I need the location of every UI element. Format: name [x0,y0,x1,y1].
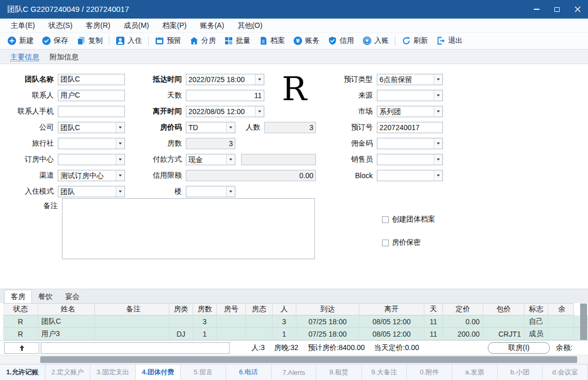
chevron-down-icon [255,106,264,117]
summary-stats: 人:3 房晚:32 预计房价:8400.00 当天定价:0.00 [251,343,419,353]
commission-code-combo[interactable] [377,138,443,149]
booking-number-label: 预订号 [324,123,377,132]
table-row[interactable]: R 用户3 DJ 1 1 07/25 18:00 08/05 12:00 11 … [3,328,588,340]
copy-button[interactable]: 复制 [72,34,107,48]
group-name-input[interactable] [58,74,125,85]
tab-banquet[interactable]: 宴会 [59,290,86,303]
exit-button[interactable]: 退出 [432,34,467,48]
menu-status[interactable]: 状态(S) [42,19,80,32]
source-combo[interactable] [377,90,443,101]
minimize-button[interactable] [526,0,547,19]
maximize-button[interactable] [547,0,567,19]
statusbar-item-sub-group[interactable]: b.小团 [498,365,543,380]
assign-rooms-button[interactable]: 分房 [185,34,220,48]
menu-members[interactable]: 成员(M) [117,19,156,32]
status-bar: 1.允许记账 2.定义账户 3.固定支出 4.团体付费 5.留言 6.电话 7.… [0,364,588,380]
rate-code-combo[interactable]: TD [186,122,235,133]
horizontal-scrollbar[interactable] [0,355,588,364]
travel-agency-combo[interactable] [58,138,125,149]
departure-time-combo[interactable]: 2022/08/05 12:00 [186,106,264,117]
contact-label: 联系人 [4,91,58,100]
floor-combo[interactable] [186,186,235,197]
batch-button[interactable]: 批量 [220,34,255,48]
new-button[interactable]: 新建 [3,34,38,48]
arrival-time-combo[interactable]: 2022/07/25 18:00 [186,74,264,85]
tab-dining[interactable]: 餐饮 [32,290,59,303]
payment-method-combo[interactable]: 现金 [186,154,235,165]
billing-button[interactable]: ¥ 账务 [289,34,324,48]
statusbar-item-phone[interactable]: 6.电话 [226,365,272,380]
link-rooms-button[interactable]: 联房(I) [488,342,550,354]
posting-icon: ¥ [362,36,372,45]
chevron-down-icon [434,170,442,181]
scroll-up-button[interactable] [4,342,39,354]
memo-label: 备注 [4,201,58,211]
memo-textarea[interactable] [62,198,315,259]
chevron-down-icon [255,74,264,85]
chevron-down-icon [434,106,442,117]
market-combo[interactable]: 系列团 [377,106,443,117]
block-combo[interactable] [377,170,443,181]
channel-combo[interactable]: 测试订房中心 [58,170,125,181]
statusbar-item-attachments[interactable]: 0.附件 [407,365,452,380]
save-button[interactable]: 保存 [38,34,72,48]
checkin-icon [116,36,125,45]
chevron-down-icon [226,186,235,197]
stat-room-nights: 房晚:32 [274,343,298,353]
menu-accounting[interactable]: 账务(A) [193,19,231,32]
save-icon [42,36,51,45]
tab-rooms[interactable]: 客房 [4,290,32,303]
rate-code-label: 房价码 [131,123,186,132]
refresh-button[interactable]: 刷新 [398,34,432,48]
booking-number-input[interactable] [377,122,443,133]
statusbar-item-invoice[interactable]: a.发票 [452,365,498,380]
quick-entry-input[interactable] [41,342,230,354]
menu-profile[interactable]: 档案(P) [156,19,194,32]
booking-form: 团队名称 联系人 联系人手机 公司 团队C 旅行社 订房中心 [0,64,588,289]
create-group-profile-checkbox[interactable]: 创建团体档案 [382,215,435,224]
menu-main[interactable]: 主单(E) [4,19,42,32]
table-vertical-scrollbar[interactable] [580,304,587,340]
up-arrow-icon [19,345,25,351]
checkin-button[interactable]: 入住 [112,34,146,48]
days-input[interactable] [186,90,264,101]
exit-icon [436,36,446,45]
menu-rooms[interactable]: 客房(R) [79,19,117,32]
company-combo[interactable]: 团队C [58,122,125,133]
statusbar-item-fixed-charges[interactable]: 3.固定支出 [90,365,136,380]
reserve-button[interactable]: 预留 [151,34,185,48]
horizontal-scrollbar-thumb[interactable] [40,356,577,363]
statusbar-item-rental[interactable]: 8.租赁 [316,365,362,380]
booking-type-combo[interactable]: 6点前保留 [377,74,443,85]
booking-center-combo[interactable] [58,154,125,165]
rate-confidential-checkbox[interactable]: 房价保密 [382,238,421,247]
statusbar-item-big-memo[interactable]: 9.大备注 [362,365,407,380]
profile-button[interactable]: 档案 [255,34,289,48]
statusbar-item-allow-posting[interactable]: 1.允许记账 [0,365,45,380]
statusbar-item-alerts[interactable]: 7.Alerts [272,365,317,380]
table-row[interactable]: R 团队C 3 3 07/25 18:00 08/05 12:00 11 0.0… [3,315,588,328]
new-icon [7,36,17,45]
statusbar-item-define-account[interactable]: 2.定义账户 [45,365,91,380]
block-label: Block [324,171,377,180]
stat-forecast-rate: 预计房价:8400.00 [308,343,365,353]
menu-others[interactable]: 其他(O) [231,19,269,32]
chevron-down-icon [116,170,124,181]
balance-label: 余额: [556,343,573,353]
credit-button[interactable]: 信用 [324,34,358,48]
salesperson-combo[interactable] [377,154,443,165]
tab-additional-info[interactable]: 附加信息 [44,50,84,64]
tab-main-info[interactable]: 主要信息 [5,50,44,64]
posting-button[interactable]: ¥ 入账 [358,34,393,48]
statusbar-item-messages[interactable]: 5.留言 [181,365,226,380]
close-button[interactable] [567,0,588,19]
contact-input[interactable] [58,90,125,101]
table-header: 状态 姓名 备注 房类 房数 房号 房态 人 到达 离开 天 定价 包价 标志 … [3,303,588,315]
contact-phone-input[interactable] [58,106,125,117]
statusbar-item-meeting-room[interactable]: d.会议室 [543,365,588,380]
statusbar-item-group-payment[interactable]: 4.团体付费 [136,365,181,380]
checkin-mode-label: 入住模式 [4,187,58,196]
toolbar-separator [148,36,149,45]
chevron-down-icon [116,122,124,133]
checkin-mode-combo[interactable]: 团队 [58,186,125,197]
